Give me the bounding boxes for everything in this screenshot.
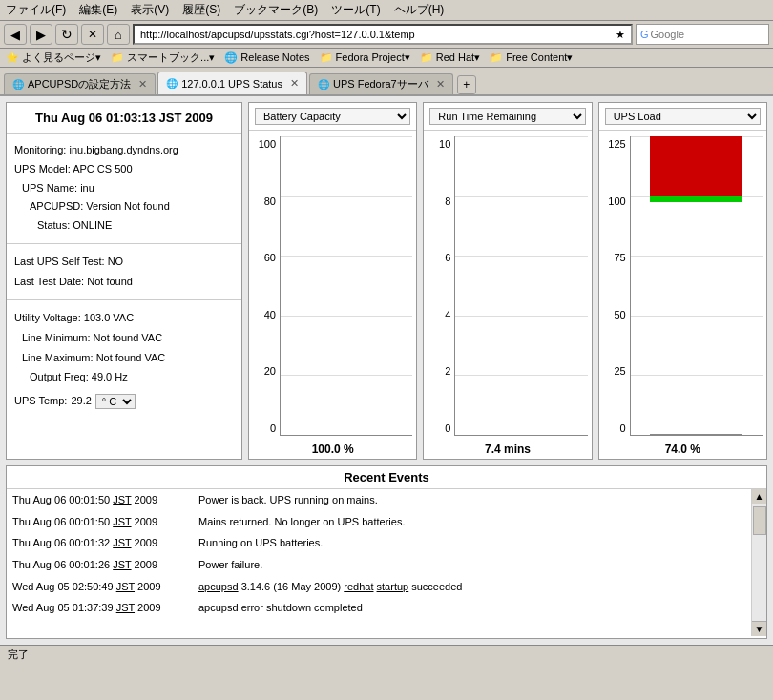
menu-history[interactable]: 履歴(S): [182, 2, 220, 18]
runtime-chart-body: 10 8 6 4 2 0: [424, 131, 591, 440]
runtime-chart-select[interactable]: Run Time Remaining Battery Capacity UPS …: [429, 108, 585, 125]
event-time: Wed Aug 05 02:50:49 JST 2009: [12, 578, 198, 596]
events-title: Recent Events: [7, 466, 766, 489]
event-row-1: Thu Aug 06 00:01:50 JST 2009 Power is ba…: [7, 489, 751, 511]
event-message: apcupsd error shutdown completed: [198, 599, 363, 617]
event-message: Mains returned. No longer on UPS batteri…: [198, 513, 405, 531]
star-icon[interactable]: ★: [616, 29, 625, 41]
event-row-6: Wed Aug 05 01:37:39 JST 2009 apcupsd err…: [7, 597, 751, 619]
event-time: Thu Aug 06 00:01:26 JST 2009: [12, 556, 198, 574]
forward-button[interactable]: ▶: [30, 24, 52, 45]
event-message: Running on UPS batteries.: [198, 534, 323, 552]
events-body: Thu Aug 06 00:01:50 JST 2009 Power is ba…: [7, 489, 766, 636]
menu-edit[interactable]: 編集(E): [79, 2, 117, 18]
utility-row: Utility Voltage: 103.0 VAC: [14, 308, 234, 328]
load-chart-body: 125 100 75 50 25 0: [599, 131, 766, 440]
back-button[interactable]: ◀: [4, 24, 27, 45]
battery-chart-header: Battery Capacity UPS Load Run Time Remai…: [249, 103, 416, 131]
events-scrollbar: ▲ ▼: [751, 489, 766, 636]
menu-help[interactable]: ヘルプ(H): [394, 2, 445, 18]
battery-y-axis: 100 80 60 40 20 0: [249, 136, 280, 436]
test-date-row: Last Test Date: Not found: [14, 272, 234, 292]
stop-button[interactable]: ✕: [81, 24, 104, 45]
tab-icon: 🌐: [12, 79, 24, 90]
scroll-up-button[interactable]: ▲: [752, 489, 766, 504]
output-freq-row: Output Freq: 49.0 Hz: [14, 367, 234, 387]
temp-row: UPS Temp: 29.2 ° C ° F: [14, 391, 234, 411]
self-test-section: Last UPS Self Test: NO Last Test Date: N…: [7, 244, 241, 300]
battery-chart-select[interactable]: Battery Capacity UPS Load Run Time Remai…: [255, 108, 410, 125]
search-container: G 🔍: [636, 24, 769, 45]
name-row: UPS Name: inu: [14, 179, 234, 198]
status-row: Status: ONLINE: [14, 216, 234, 236]
load-chart-inner: [630, 136, 763, 436]
tab-fedora-ups[interactable]: 🌐 UPS Fedora7サーバ ✕: [309, 73, 453, 94]
tab-ups-status[interactable]: 🌐 127.0.0.1 UPS Status ✕: [157, 72, 307, 94]
tab-label: UPS Fedora7サーバ: [333, 77, 428, 92]
home-button[interactable]: ⌂: [107, 24, 130, 45]
bookmark-free-content[interactable]: 📁 Free Content▾: [490, 51, 573, 64]
search-engine-icon: G: [640, 29, 649, 40]
load-chart-select[interactable]: UPS Load Battery Capacity Run Time Remai…: [605, 108, 761, 125]
status-text: 完了: [8, 648, 29, 662]
event-message: apcupsd 3.14.6 (16 May 2009) redhat star…: [198, 578, 462, 596]
refresh-button[interactable]: ↻: [55, 24, 78, 45]
info-column: Thu Aug 06 01:03:13 JST 2009 Monitoring:…: [6, 102, 242, 460]
event-row-4: Thu Aug 06 00:01:26 JST 2009 Power failu…: [7, 554, 751, 576]
address-text: http://localhost/apcupsd/upsstats.cgi?ho…: [140, 29, 612, 40]
event-time: Thu Aug 06 00:01:32 JST 2009: [12, 534, 198, 552]
tab-icon: 🌐: [318, 79, 329, 90]
model-row: UPS Model: APC CS 500: [14, 160, 234, 179]
tab-close-icon[interactable]: ✕: [436, 78, 445, 91]
temp-unit-select[interactable]: ° C ° F: [95, 394, 136, 409]
tab-close-icon[interactable]: ✕: [138, 78, 147, 91]
menu-file[interactable]: ファイル(F): [6, 2, 66, 18]
toolbar: ◀ ▶ ↻ ✕ ⌂ http://localhost/apcupsd/upsst…: [0, 21, 773, 49]
status-bar: 完了: [0, 645, 773, 664]
temp-label: UPS Temp:: [14, 391, 67, 411]
charts-area: Battery Capacity UPS Load Run Time Remai…: [248, 102, 767, 460]
scroll-down-button[interactable]: ▼: [752, 621, 766, 636]
ups-page: Thu Aug 06 01:03:13 JST 2009 Monitoring:…: [6, 102, 767, 639]
runtime-y-axis: 10 8 6 4 2 0: [424, 136, 454, 436]
menu-bookmarks[interactable]: ブックマーク(B): [234, 2, 318, 18]
self-test-row: Last UPS Self Test: NO: [14, 252, 234, 272]
tab-icon: 🌐: [166, 78, 178, 89]
bookmark-release-notes[interactable]: 🌐 Release Notes: [224, 51, 309, 64]
events-table: Thu Aug 06 00:01:50 JST 2009 Power is ba…: [7, 489, 751, 636]
tab-close-icon[interactable]: ✕: [290, 77, 299, 90]
menu-tools[interactable]: ツール(T): [331, 2, 380, 18]
event-time: Thu Aug 06 00:01:50 JST 2009: [12, 491, 198, 509]
datetime-display: Thu Aug 06 01:03:13 JST 2009: [35, 111, 213, 125]
tab-apcupsd-settings[interactable]: 🌐 APCUPSDの設定方法 ✕: [4, 73, 156, 94]
top-row: Thu Aug 06 01:03:13 JST 2009 Monitoring:…: [6, 102, 767, 460]
bookmark-smart[interactable]: 📁 スマートブック...▾: [111, 51, 215, 65]
apcupsd-row: APCUPSD: Version Not found: [14, 197, 234, 216]
load-bar: [650, 434, 742, 435]
temp-value: 29.2: [71, 391, 91, 411]
event-row-2: Thu Aug 06 00:01:50 JST 2009 Mains retur…: [7, 511, 751, 533]
runtime-value-label: 7.4 mins: [424, 440, 591, 459]
tab-add-button[interactable]: +: [457, 75, 476, 94]
bookmarks-bar: ⭐ よく見るページ▾ 📁 スマートブック...▾ 🌐 Release Notes…: [0, 49, 773, 68]
bookmark-frequently-visited[interactable]: ⭐ よく見るページ▾: [6, 51, 101, 65]
bookmark-fedora[interactable]: 📁 Fedora Project▾: [320, 51, 410, 64]
runtime-chart-header: Run Time Remaining Battery Capacity UPS …: [424, 103, 591, 131]
event-message: Power is back. UPS running on mains.: [198, 491, 378, 509]
battery-value-label: 100.0 %: [249, 440, 416, 459]
load-chart-header: UPS Load Battery Capacity Run Time Remai…: [599, 103, 766, 131]
events-panel: Recent Events Thu Aug 06 00:01:50 JST 20…: [6, 465, 767, 639]
load-value-label: 74.0 %: [599, 440, 766, 459]
scroll-thumb[interactable]: [753, 506, 766, 535]
battery-chart-inner: [280, 136, 412, 436]
menu-view[interactable]: 表示(V): [131, 2, 169, 18]
address-bar: http://localhost/apcupsd/upsstats.cgi?ho…: [133, 24, 633, 45]
bookmark-redhat[interactable]: 📁 Red Hat▾: [420, 51, 480, 64]
event-message: Power failure.: [198, 556, 262, 574]
event-row-5: Wed Aug 05 02:50:49 JST 2009 apcupsd 3.1…: [7, 576, 751, 598]
battery-chart: Battery Capacity UPS Load Run Time Remai…: [248, 102, 417, 460]
runtime-chart: Run Time Remaining Battery Capacity UPS …: [423, 102, 592, 460]
search-input[interactable]: [651, 29, 773, 40]
ups-status-section: Monitoring: inu.bigbang.dyndns.org UPS M…: [7, 134, 241, 244]
monitoring-row: Monitoring: inu.bigbang.dyndns.org: [14, 141, 234, 160]
